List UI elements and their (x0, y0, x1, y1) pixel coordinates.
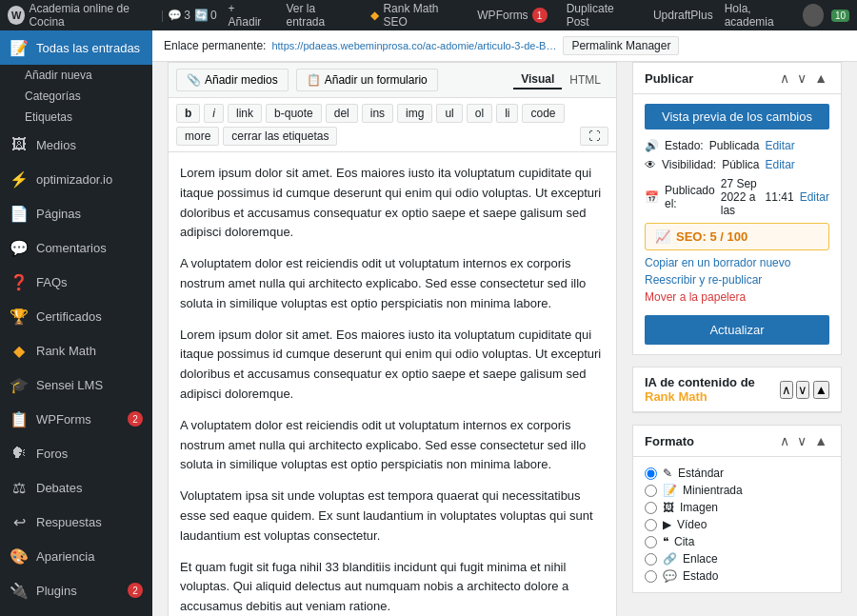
format-radio-quote[interactable] (645, 536, 657, 548)
del-btn[interactable]: del (326, 104, 358, 123)
sidebar-item-pages[interactable]: 📄 Páginas (0, 196, 152, 230)
site-name[interactable]: Academia online de Cocina (29, 2, 157, 29)
ul-btn[interactable]: ul (436, 104, 462, 123)
view-entry-link[interactable]: Ver la entrada (279, 2, 360, 29)
sidebar-item-faqs[interactable]: ❓ FAQs (0, 265, 152, 299)
comments-link[interactable]: 💬 3 (168, 9, 190, 22)
format-label-standard: Estándar (678, 467, 724, 480)
format-expand-btn[interactable]: ∨ (795, 433, 808, 448)
format-radio-status[interactable] (645, 570, 657, 583)
sidebar-tags[interactable]: Etiquetas (0, 107, 152, 128)
format-radio-link[interactable] (645, 553, 657, 566)
ins-btn[interactable]: ins (362, 104, 393, 123)
add-new-link[interactable]: + Añadir (221, 2, 275, 29)
link-btn[interactable]: link (228, 104, 262, 123)
sidebar-item-optimizer[interactable]: ⚡ optimizador.io (0, 162, 152, 196)
ia-expand-btn[interactable]: ∨ (796, 381, 809, 399)
add-media-button[interactable]: 📎 Añadir medios (176, 69, 289, 91)
format-icon-quote: ❝ (663, 535, 668, 548)
media-icon: 🖼 (10, 135, 29, 154)
editor-content[interactable]: Lorem ipsum dolor sit amet. Eos maiores … (168, 152, 617, 616)
sidebar-item-responses[interactable]: ↩ Respuestas (0, 505, 152, 539)
visual-tab[interactable]: Visual (513, 70, 562, 89)
code-btn[interactable]: code (522, 104, 564, 123)
rankmath-sidebar-icon: ◆ (10, 341, 29, 360)
copy-draft-link[interactable]: Copiar en un borrador nuevo (645, 256, 829, 269)
sidebar-item-debates[interactable]: ⚖ Debates (0, 470, 152, 505)
ia-collapse-btn[interactable]: ∧ (780, 381, 793, 399)
published-edit-link[interactable]: Editar (800, 190, 829, 204)
content-para-3: Lorem ipsum dolor sit amet. Eos maiores … (180, 326, 605, 405)
format-radio-standard[interactable] (645, 467, 657, 480)
updates-count[interactable]: 🔄 0 (194, 9, 217, 22)
img-btn[interactable]: img (397, 104, 432, 123)
format-radio-aside[interactable] (645, 485, 657, 497)
wp-logo-icon[interactable]: W (8, 6, 25, 25)
sidebar-add-new[interactable]: Añadir nueva (0, 65, 152, 86)
sidebar-item-forums[interactable]: 🗣 Foros (0, 436, 152, 470)
sidebar-item-media[interactable]: 🖼 Medios (0, 128, 152, 162)
sidebar: 📝 Todas las entradas Añadir nueva Catego… (0, 30, 152, 616)
publish-collapse-btn[interactable]: ∧ (778, 70, 791, 86)
bold-btn[interactable]: b (176, 104, 200, 123)
sidebar-item-wpforms[interactable]: 📋 WPForms 2 (0, 402, 152, 436)
italic-btn[interactable]: i (204, 104, 224, 123)
visibility-row: 👁 Visibilidad: Pública Editar (645, 158, 829, 171)
state-edit-link[interactable]: Editar (765, 139, 794, 152)
bquote-btn[interactable]: b-quote (266, 104, 322, 123)
permalink-manager-btn[interactable]: Permalink Manager (563, 36, 679, 55)
sidebar-item-code-fragments[interactable]: { } Fragmentos de código (0, 607, 152, 616)
state-value: Publicada (709, 139, 760, 152)
preview-button[interactable]: Vista previa de los cambios (645, 104, 829, 129)
more-btn[interactable]: more (176, 127, 219, 146)
move-trash-link[interactable]: Mover a la papelera (645, 290, 829, 304)
greeting-text: Hola, academia (725, 2, 796, 29)
format-icon-standard: ✎ (663, 467, 672, 480)
sidebar-item-comments[interactable]: 💬 Comentarios (0, 230, 152, 265)
publish-title: Publicar (645, 71, 693, 86)
format-option-video: ▶Vídeo (645, 518, 829, 531)
ia-drag-btn[interactable]: ▲ (813, 381, 829, 399)
ol-btn[interactable]: ol (467, 104, 492, 123)
site-name-text: Academia online de Cocina (29, 2, 157, 29)
appearance-icon: 🎨 (10, 546, 29, 566)
visibility-icon: 👁 (645, 158, 656, 171)
format-icon-image: 🖼 (663, 501, 674, 514)
rankmath-icon: ◆ (370, 9, 379, 22)
sidebar-item-certificates[interactable]: 🏆 Certificados (0, 299, 152, 333)
format-option-standard: ✎Estándar (645, 467, 829, 480)
sidebar-item-sensei[interactable]: 🎓 Sensei LMS (0, 368, 152, 402)
add-form-button[interactable]: 📋 Añadir un formulario (296, 69, 438, 91)
duplicate-post-link[interactable]: Duplicate Post (559, 2, 642, 29)
update-button[interactable]: Actualizar (645, 315, 829, 345)
sidebar-item-plugins[interactable]: 🔌 Plugins 2 (0, 573, 152, 607)
publish-widget-body: Vista previa de los cambios 🔊 Estado: Pu… (633, 94, 841, 354)
fullscreen-btn[interactable]: ⛶ (580, 127, 608, 146)
entries-icon: 📝 (10, 38, 29, 57)
published-time: 11:41 (766, 190, 794, 204)
sidebar-item-appearance[interactable]: 🎨 Apariencia (0, 539, 152, 573)
ia-widget-controls: ∧ ∨ ▲ (780, 381, 829, 399)
format-drag-btn[interactable]: ▲ (812, 433, 829, 448)
close-tags-btn[interactable]: cerrar las etiquetas (223, 127, 337, 146)
rewrite-link[interactable]: Reescribir y re-publicar (645, 273, 829, 287)
wpforms-link[interactable]: WPForms 1 (469, 8, 554, 23)
rankmath-seo-link[interactable]: ◆ Rank Math SEO (363, 2, 466, 29)
avatar (803, 4, 824, 27)
updraft-link[interactable]: UpdraftPlus (646, 9, 721, 22)
content-para-2: A voluptatem dolor est reiciendis odit u… (180, 254, 605, 313)
sidebar-item-rankmath[interactable]: ◆ Rank Math (0, 333, 152, 368)
sidebar-item-entries[interactable]: 📝 Todas las entradas (0, 30, 152, 65)
visibility-edit-link[interactable]: Editar (766, 158, 795, 171)
state-row: 🔊 Estado: Publicada Editar (645, 139, 829, 152)
publish-expand-btn[interactable]: ∨ (795, 70, 808, 86)
html-tab[interactable]: HTML (562, 70, 608, 89)
li-btn[interactable]: li (496, 104, 518, 123)
publish-drag-btn[interactable]: ▲ (812, 70, 829, 86)
format-radio-video[interactable] (645, 519, 657, 531)
sidebar-categories[interactable]: Categorías (0, 86, 152, 107)
format-radio-image[interactable] (645, 502, 657, 514)
format-collapse-btn[interactable]: ∧ (778, 433, 791, 448)
permalink-url[interactable]: https://pdaeas.webeminprosa.co/ac-adomie… (271, 40, 557, 51)
content-para-6: Et quam fugit sit fuga nihil 33 blanditi… (180, 558, 605, 616)
